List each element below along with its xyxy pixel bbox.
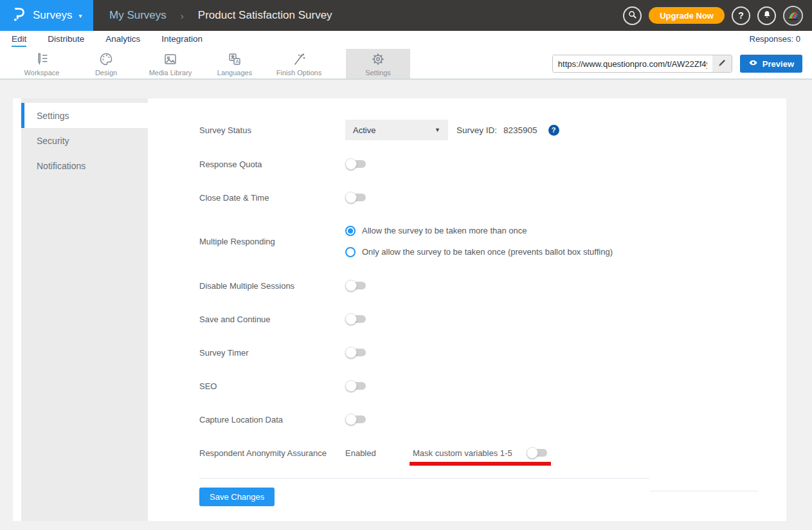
close-date-toggle[interactable] [347,194,366,201]
responses-count: Responses: 0 [750,34,801,44]
questionpro-app: Surveys ▾ My Surveys › Product Satisfact… [0,0,812,530]
magic-wand-icon [291,51,307,67]
tool-finish-options[interactable]: Finish Options [267,49,331,78]
survey-timer-toggle[interactable] [347,349,366,356]
translate-icon: A [227,51,242,67]
breadcrumb-separator-icon: › [181,10,184,21]
upgrade-now-button[interactable]: Upgrade Now [649,7,725,24]
sidebar-item-settings[interactable]: Settings [21,103,148,128]
settings-card: Settings Security Notifications Survey S… [13,98,786,521]
survey-status-select[interactable]: Active ▼ [345,120,448,140]
tab-edit[interactable]: Edit [12,34,26,47]
header-actions: Upgrade Now ? [623,6,812,26]
tool-languages[interactable]: A Languages [203,49,267,78]
close-date-row: Close Date & Time [199,187,786,208]
product-switcher[interactable]: Surveys ▾ [0,0,93,31]
survey-url-input[interactable] [553,55,712,72]
toggle-knob [345,280,357,291]
avatar[interactable] [783,6,803,26]
survey-status-row: Survey Status Active ▼ Survey ID: 823590… [199,120,786,140]
eye-icon [748,58,758,69]
toggle-knob [345,380,357,392]
search-button[interactable] [623,6,642,25]
survey-id-help-icon[interactable]: ? [548,125,559,136]
multiple-responding-row: Multiple Responding Allow the survey to … [199,220,786,262]
edit-url-button[interactable] [712,55,732,72]
survey-timer-row: Survey Timer [199,342,786,363]
settings-page: Settings Security Notifications Survey S… [0,80,812,530]
toggle-knob [345,414,357,425]
notifications-button[interactable] [757,6,776,25]
radio-unchecked-icon [345,247,356,257]
seo-row: SEO [199,375,786,397]
save-continue-row: Save and Continue [199,308,786,330]
survey-id-value: 8235905 [503,125,537,135]
radio-option-once-only[interactable]: Only allow the survey to be taken once (… [345,241,613,262]
seo-toggle[interactable] [347,382,366,390]
tool-media-library[interactable]: Media Library [138,49,203,78]
red-highlight-annotation [410,462,551,466]
toolbar-right: Preview [552,49,812,78]
sidebar-item-security[interactable]: Security [21,128,148,153]
avatar-image [784,7,802,24]
page-title: Product Satisfaction Survey [198,9,332,22]
tab-integration[interactable]: Integration [161,34,203,46]
toggle-knob [345,347,357,358]
breadcrumb-my-surveys[interactable]: My Surveys [109,9,167,22]
settings-form: Survey Status Active ▼ Survey ID: 823590… [148,98,786,521]
top-header: Surveys ▾ My Surveys › Product Satisfact… [0,0,812,31]
tool-design[interactable]: Design [74,49,138,78]
toggle-knob [345,158,357,170]
preview-button[interactable]: Preview [740,55,802,73]
save-changes-button[interactable]: Save Changes [199,488,275,506]
settings-sidebar: Settings Security Notifications [13,98,148,521]
chevron-down-icon: ▼ [435,127,440,133]
breadcrumb: My Surveys › Product Satisfaction Survey [93,9,623,22]
form-footer: Save Changes [199,479,786,506]
search-icon [627,10,638,22]
response-quota-toggle[interactable] [347,160,366,168]
sidebar-item-notifications[interactable]: Notifications [21,153,148,178]
questionpro-logo [10,6,27,25]
palette-icon [98,51,114,67]
gear-icon [370,51,386,67]
survey-status-label: Survey Status [199,125,345,135]
survey-url-box [552,55,732,73]
bell-icon [762,10,772,22]
pencil-icon [717,59,726,69]
edit-toolbar: Workspace Design [0,49,812,80]
settings-sidebar-column: Settings Security Notifications [21,98,148,521]
tab-distribute[interactable]: Distribute [48,34,84,46]
mask-custom-variables-toggle[interactable] [528,449,547,457]
svg-text:A: A [235,59,239,64]
response-quota-row: Response Quota [199,153,786,175]
survey-id-label: Survey ID: [456,125,497,135]
tool-settings[interactable]: Settings [346,49,410,78]
secondary-divider [649,491,759,491]
toggle-knob [345,313,357,325]
radio-checked-icon [345,226,356,236]
mask-variables-label: Mask custom variables 1-5 [413,448,527,458]
radio-option-more-than-once[interactable]: Allow the survey to be taken more than o… [345,220,613,241]
disable-sessions-row: Disable Multiple Sessions [199,275,786,297]
question-mark-icon: ? [738,10,744,21]
capture-location-toggle[interactable] [347,416,366,423]
survey-nav: Edit Distribute Analytics Integration Re… [0,31,812,49]
toolbar-tools: Workspace Design [10,49,410,78]
help-button[interactable]: ? [732,6,750,25]
product-switcher-label: Surveys [33,9,72,22]
tab-analytics[interactable]: Analytics [105,34,140,46]
survey-id-group: Survey ID: 8235905 ? [456,125,559,136]
multiple-responding-options: Allow the survey to be taken more than o… [345,220,613,262]
disable-multiple-sessions-toggle[interactable] [347,282,366,289]
image-icon [163,51,178,67]
anonymity-row: Respondent Anonymity Assurance Enabled M… [199,442,786,464]
chevron-down-icon: ▾ [78,12,82,19]
toggle-knob [527,447,538,459]
capture-location-row: Capture Location Data [199,408,786,430]
anonymity-status: Enabled [345,448,413,458]
workspace-icon [34,51,50,67]
toggle-knob [345,192,357,203]
tool-workspace[interactable]: Workspace [10,49,74,78]
save-and-continue-toggle[interactable] [347,315,366,323]
